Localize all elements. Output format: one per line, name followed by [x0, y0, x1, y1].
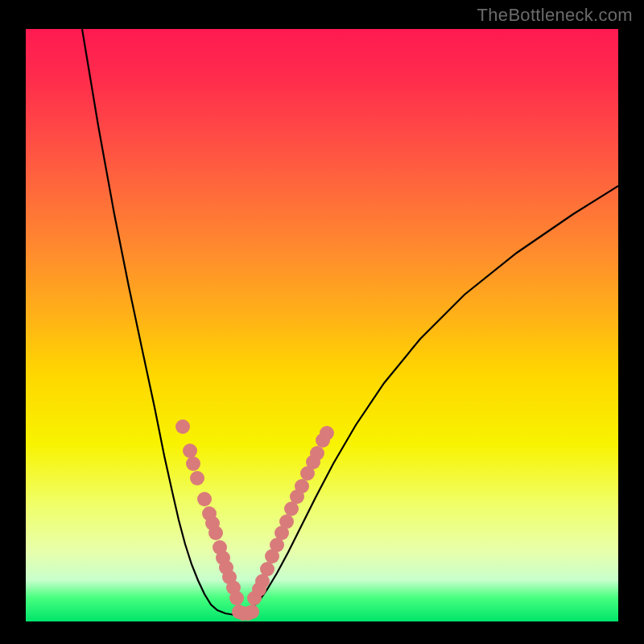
- series-marker: [260, 562, 275, 576]
- curve-right-branch: [235, 186, 618, 615]
- series-marker: [186, 456, 200, 471]
- series-marker: [320, 426, 334, 440]
- series-marker: [310, 446, 324, 460]
- series-marker: [190, 471, 204, 485]
- series-marker: [183, 444, 197, 458]
- series-marker: [229, 591, 244, 605]
- series-marker: [208, 526, 223, 540]
- series-marker: [175, 419, 190, 434]
- marker-dots: [175, 419, 334, 621]
- series-marker: [245, 605, 259, 619]
- watermark-text: TheBottleneck.com: [477, 5, 633, 26]
- series-marker: [295, 479, 309, 493]
- series-marker: [279, 514, 294, 529]
- bottleneck-curve: [26, 29, 618, 621]
- curve-lines: [82, 29, 618, 615]
- chart-area: [26, 29, 618, 621]
- series-marker: [197, 492, 212, 506]
